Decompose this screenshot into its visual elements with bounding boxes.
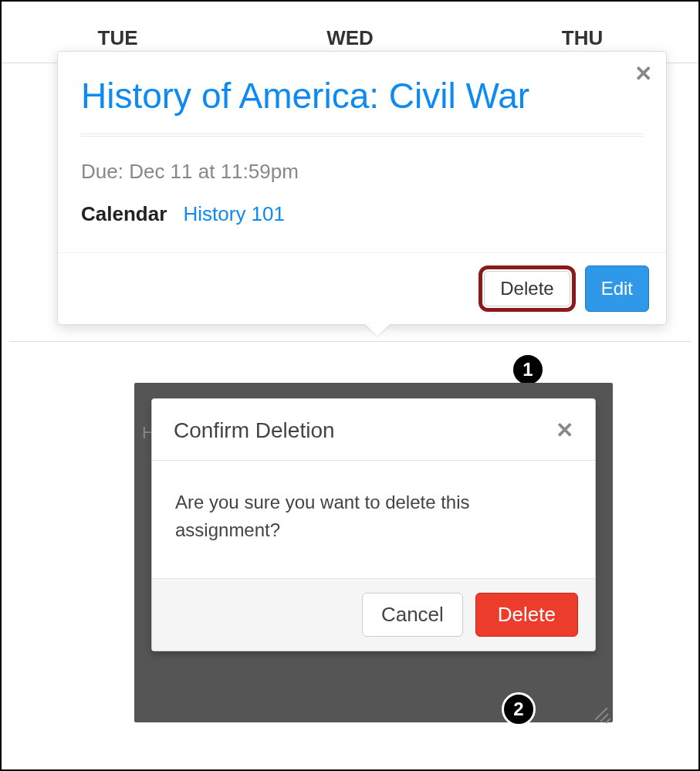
close-icon[interactable]: ✕ bbox=[556, 418, 573, 443]
dialog-message: Are you sure you want to delete this ass… bbox=[152, 461, 595, 578]
confirm-delete-button[interactable]: Delete bbox=[475, 593, 578, 637]
divider bbox=[81, 136, 643, 137]
course-link[interactable]: History 101 bbox=[184, 202, 286, 225]
calendar-label: Calendar bbox=[81, 202, 167, 225]
calendar-row-divider bbox=[9, 341, 691, 342]
due-date-text: Due: Dec 11 at 11:59pm bbox=[81, 160, 643, 184]
popover-body: History of America: Civil War Due: Dec 1… bbox=[58, 52, 666, 226]
dialog-footer: Cancel Delete bbox=[152, 578, 595, 651]
confirm-dialog: Confirm Deletion ✕ Are you sure you want… bbox=[151, 398, 596, 651]
resize-handle-icon[interactable] bbox=[593, 702, 610, 719]
dialog-header: Confirm Deletion ✕ bbox=[152, 399, 595, 461]
delete-highlight-ring: Delete bbox=[479, 265, 575, 312]
popover-footer: Delete Edit bbox=[58, 252, 666, 324]
dialog-title: Confirm Deletion bbox=[174, 418, 335, 443]
calendar-info-row: Calendar History 101 bbox=[81, 202, 643, 226]
edit-button[interactable]: Edit bbox=[585, 265, 649, 312]
assignment-title-link[interactable]: History of America: Civil War bbox=[81, 75, 643, 117]
annotation-badge-2: 2 bbox=[502, 692, 536, 726]
delete-button[interactable]: Delete bbox=[484, 271, 570, 306]
divider bbox=[81, 134, 643, 134]
cancel-button[interactable]: Cancel bbox=[362, 593, 463, 637]
event-popover: ✕ History of America: Civil War Due: Dec… bbox=[57, 51, 667, 325]
close-icon[interactable]: ✕ bbox=[634, 61, 652, 86]
annotation-badge-1: 1 bbox=[511, 353, 545, 387]
modal-backdrop: H Confirm Deletion ✕ Are you sure you wa… bbox=[134, 383, 613, 722]
